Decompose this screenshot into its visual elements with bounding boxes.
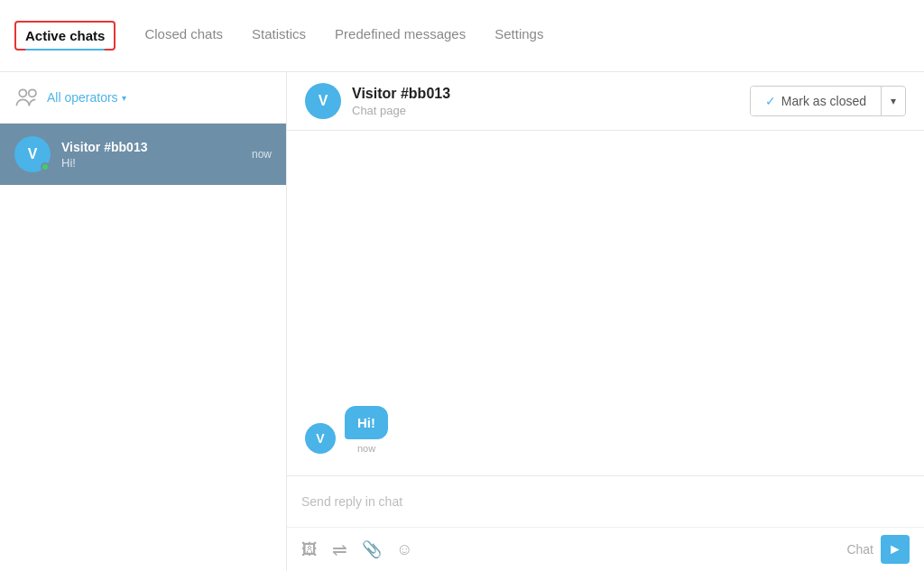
tab-statistics[interactable]: Statistics [252, 26, 306, 45]
send-icon: ► [888, 541, 902, 557]
chevron-down-icon: ▾ [122, 93, 126, 103]
svg-point-0 [19, 89, 26, 97]
main-layout: All operators ▾ V Visitor #bb013 Hi! now… [0, 72, 924, 571]
tab-active-chats[interactable]: Active chats [14, 21, 116, 51]
tab-settings[interactable]: Settings [494, 26, 543, 45]
chat-info: Visitor #bb013 Hi! [61, 140, 241, 170]
chat-header-info: Visitor #bb013 Chat page [352, 86, 739, 117]
toolbar: 🖼 ⇌ 📎 ☺ Chat ► [287, 527, 924, 571]
operator-filter[interactable]: All operators ▾ [0, 72, 286, 124]
chat-name: Visitor #bb013 [61, 140, 241, 154]
toolbar-right: Chat ► [846, 535, 910, 564]
chat-preview: Hi! [61, 156, 241, 170]
operators-icon [14, 85, 40, 110]
mark-closed-dropdown-arrow[interactable]: ▾ [882, 87, 905, 115]
transfer-icon[interactable]: ⇌ [332, 539, 347, 560]
message-bubble: Hi! [345, 406, 388, 439]
message-avatar: V [305, 423, 336, 454]
tab-predefined-messages[interactable]: Predefined messages [335, 26, 466, 45]
reply-input[interactable] [301, 487, 910, 516]
message-bubble-wrap: Hi! now [345, 406, 388, 454]
chat-panel: V Visitor #bb013 Chat page ✓ Mark as clo… [287, 72, 924, 571]
tab-closed-chats[interactable]: Closed chats [144, 26, 223, 45]
operator-label[interactable]: All operators ▾ [47, 90, 126, 105]
chat-label: Chat [846, 542, 873, 557]
chat-list-item[interactable]: V Visitor #bb013 Hi! now [0, 124, 286, 185]
chat-header-avatar: V [305, 83, 341, 119]
message-time: now [345, 443, 388, 454]
attachment-icon[interactable]: 📎 [362, 539, 382, 559]
chat-header-subtitle: Chat page [352, 104, 739, 117]
messages-area: V Hi! now [287, 131, 924, 475]
send-button[interactable]: ► [881, 535, 910, 564]
chat-time: now [252, 148, 272, 161]
avatar: V [14, 136, 51, 172]
document-icon[interactable]: 🖼 [301, 540, 318, 559]
emoji-icon[interactable]: ☺ [396, 540, 412, 559]
checkmark-icon: ✓ [765, 94, 776, 108]
svg-point-1 [29, 89, 36, 97]
mark-closed-main[interactable]: ✓ Mark as closed [751, 87, 882, 115]
nav-bar: Active chats Closed chats Statistics Pre… [0, 0, 924, 72]
chat-header-name: Visitor #bb013 [352, 86, 739, 102]
mark-closed-button[interactable]: ✓ Mark as closed ▾ [750, 86, 906, 116]
sidebar: All operators ▾ V Visitor #bb013 Hi! now [0, 72, 287, 571]
online-status-dot [41, 162, 50, 171]
reply-area [287, 475, 924, 527]
message-row: V Hi! now [305, 406, 906, 454]
chat-header: V Visitor #bb013 Chat page ✓ Mark as clo… [287, 72, 924, 131]
chevron-down-icon: ▾ [891, 95, 896, 107]
